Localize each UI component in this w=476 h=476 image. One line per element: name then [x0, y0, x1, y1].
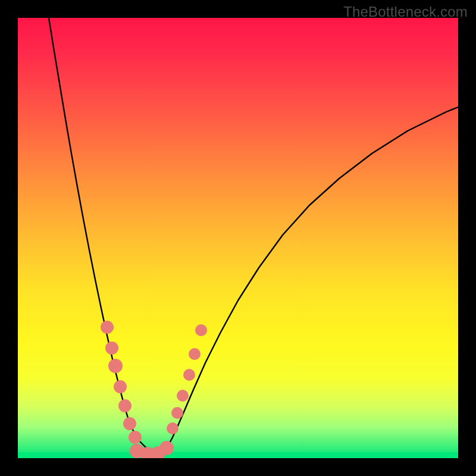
- curve-layer: [18, 18, 458, 458]
- data-dot: [195, 324, 207, 336]
- data-dot: [114, 380, 127, 393]
- data-dot: [183, 369, 195, 381]
- bottleneck-curve: [49, 18, 458, 456]
- data-dot: [189, 348, 201, 360]
- curve-paths: [49, 18, 458, 456]
- data-dot: [108, 359, 123, 373]
- chart-frame: TheBottleneck.com: [0, 0, 476, 476]
- data-dot: [101, 321, 114, 334]
- data-dot: [105, 342, 118, 355]
- plot-area: [18, 18, 458, 458]
- scatter-dots: [101, 321, 207, 458]
- data-dot: [123, 417, 136, 430]
- data-dot: [171, 407, 183, 419]
- data-dot: [129, 431, 142, 444]
- data-dot: [159, 441, 174, 455]
- data-dot: [118, 399, 131, 412]
- data-dot: [167, 422, 178, 434]
- data-dot: [177, 390, 189, 402]
